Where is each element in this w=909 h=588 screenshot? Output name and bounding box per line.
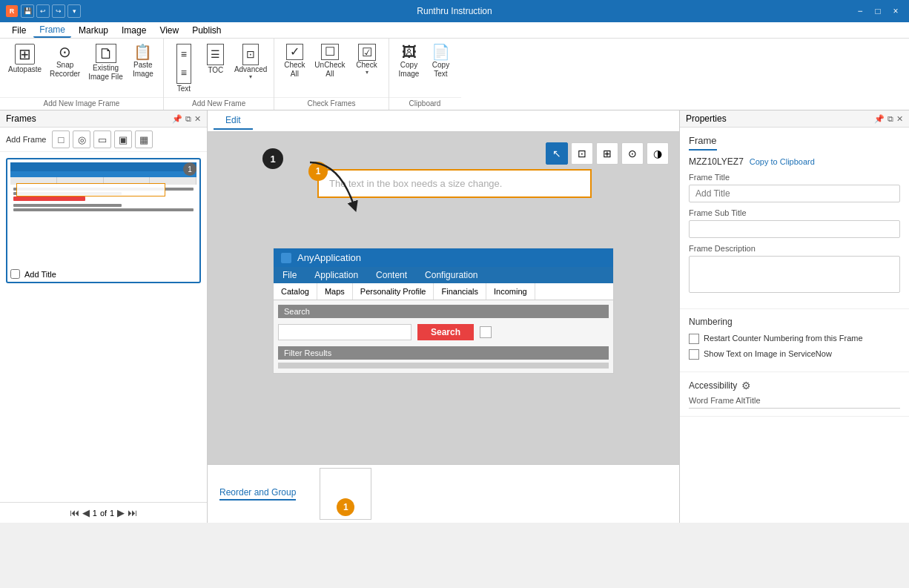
- app-scrollbar[interactable]: [278, 363, 609, 369]
- maximize-button[interactable]: □: [870, 4, 885, 19]
- minimize-button[interactable]: −: [853, 4, 867, 19]
- ribbon-group-image-frame-buttons: ⊞ Autopaste ⊙ SnapRecorder 🗋 ExistingIma…: [0, 39, 163, 96]
- properties-pin-icon[interactable]: 📌: [874, 114, 885, 124]
- toc-button[interactable]: ☰ TOC: [200, 42, 231, 96]
- advanced-icon: ⊡: [242, 44, 259, 65]
- app-search-header: Search: [278, 305, 609, 318]
- frames-panel-close-icon[interactable]: ✕: [194, 114, 201, 124]
- snap-recorder-button[interactable]: ⊙ SnapRecorder: [46, 42, 84, 96]
- quick-save-icon[interactable]: 💾: [21, 4, 34, 18]
- add-frame-label: Add Frame: [6, 135, 46, 144]
- app-menu-file[interactable]: File: [274, 267, 305, 283]
- ribbon-group-image-frame: ⊞ Autopaste ⊙ SnapRecorder 🗋 ExistingIma…: [0, 39, 164, 110]
- app-tab-catalog[interactable]: Catalog: [274, 283, 317, 300]
- app-tab-financials[interactable]: Financials: [434, 283, 486, 300]
- app-menu-content[interactable]: Content: [367, 267, 416, 283]
- app-tabs: Catalog Maps Personality Profile Financi…: [274, 283, 613, 300]
- edit-area: Edit ↖ ⊡ ⊞ ⊙ ◑ 1: [208, 110, 679, 523]
- add-frame-multi-button[interactable]: ▣: [114, 131, 132, 148]
- reorder-group-tab[interactable]: Reorder and Group: [219, 487, 296, 501]
- add-frame-circle-button[interactable]: ◎: [73, 131, 90, 148]
- properties-float-icon[interactable]: ⧉: [887, 114, 893, 124]
- quick-undo-icon[interactable]: ↩: [36, 4, 50, 18]
- show-text-checkbox[interactable]: [689, 349, 699, 360]
- app-icon: R: [6, 5, 18, 17]
- app-tab-incoming[interactable]: Incoming: [486, 283, 535, 300]
- accessibility-title: Accessibility: [689, 380, 737, 391]
- arrow-svg: [295, 159, 384, 225]
- ribbon-group-new-frame-buttons: ≡≡ Text ☰ TOC ⊡ Advanced ▾: [164, 39, 274, 96]
- ribbon-group-clipboard: 🖼 CopyImage 📄 CopyText Clipboard: [389, 39, 461, 110]
- copy-to-clipboard-link[interactable]: Copy to Clipboard: [750, 157, 815, 166]
- app-menu-application[interactable]: Application: [305, 267, 367, 283]
- menu-image[interactable]: Image: [116, 24, 152, 37]
- app-tab-personality[interactable]: Personality Profile: [353, 283, 434, 300]
- paste-image-icon: 📋: [133, 44, 152, 60]
- frame-subtitle-input[interactable]: [689, 220, 900, 238]
- autopaste-button[interactable]: ⊞ Autopaste: [4, 42, 45, 96]
- cursor-tool[interactable]: ↖: [546, 142, 568, 165]
- check-all-button[interactable]: ✓ CheckAll: [279, 42, 310, 96]
- app-search-button[interactable]: Search: [417, 324, 474, 340]
- nav-next-button[interactable]: ▶: [117, 507, 125, 518]
- add-frame-rect-button[interactable]: ▭: [93, 131, 111, 148]
- menu-view[interactable]: View: [153, 24, 185, 37]
- app-checkbox[interactable]: [480, 326, 492, 338]
- paste-image-button[interactable]: 📋 PasteImage: [128, 42, 159, 96]
- annotation-tool-1[interactable]: ⊡: [571, 142, 593, 165]
- restart-counter-row: Restart Counter Numbering from this Fram…: [689, 333, 900, 344]
- frame-title-field: Frame Title: [689, 173, 900, 202]
- frames-panel-float-icon[interactable]: ⧉: [185, 114, 191, 124]
- annotation-tool-4[interactable]: ◑: [647, 142, 669, 165]
- ribbon-group-image-frame-label: Add New Image Frame: [0, 97, 163, 110]
- app-tab-maps[interactable]: Maps: [317, 283, 353, 300]
- annotation-tool-3[interactable]: ⊙: [621, 142, 644, 165]
- menu-frame[interactable]: Frame: [33, 23, 71, 38]
- menu-file[interactable]: File: [6, 24, 32, 37]
- frame-subtitle-field: Frame Sub Title: [689, 208, 900, 238]
- arrow-annotation: [295, 159, 384, 228]
- add-frame-bar: Add Frame □ ◎ ▭ ▣ ▦: [0, 128, 207, 152]
- nav-first-button[interactable]: ⏮: [70, 507, 79, 518]
- autopaste-icon: ⊞: [15, 44, 35, 65]
- uncheck-all-label: UnCheckAll: [314, 61, 345, 79]
- menu-publish[interactable]: Publish: [186, 24, 227, 37]
- copy-text-button[interactable]: 📄 CopyText: [426, 42, 457, 96]
- ribbon-row: ⊞ Autopaste ⊙ SnapRecorder 🗋 ExistingIma…: [0, 39, 909, 110]
- add-frame-table-button[interactable]: ▦: [135, 131, 153, 148]
- quick-extra-icon[interactable]: ▾: [67, 4, 81, 18]
- app-screenshot: AnyApplication File Application Content …: [273, 248, 614, 374]
- quick-redo-icon[interactable]: ↪: [52, 4, 65, 18]
- nav-prev-button[interactable]: ◀: [82, 507, 90, 518]
- restart-counter-checkbox[interactable]: [689, 334, 699, 344]
- app-menu-configuration[interactable]: Configuration: [416, 267, 486, 283]
- frame-title-input[interactable]: [689, 185, 900, 202]
- frame-description-input[interactable]: [689, 256, 900, 293]
- app-search-input[interactable]: [278, 324, 411, 340]
- title-bar: R 💾 ↩ ↪ ▾ Runthru Instruction − □ ×: [0, 0, 909, 22]
- add-title-checkbox[interactable]: [10, 269, 20, 279]
- advanced-button[interactable]: ⊡ Advanced ▾: [232, 42, 269, 96]
- properties-panel-title: Properties: [686, 113, 727, 124]
- copy-image-button[interactable]: 🖼 CopyImage: [394, 42, 425, 96]
- text-button[interactable]: ≡≡ Text: [168, 42, 199, 96]
- frame-item-1[interactable]: 1 Add Title: [6, 158, 201, 283]
- nav-total: 1: [110, 509, 114, 518]
- accessibility-settings-icon[interactable]: ⚙: [741, 380, 751, 392]
- annotation-tool-2[interactable]: ⊞: [596, 142, 618, 165]
- frame-1-thumbnail: [10, 162, 196, 266]
- menu-markup[interactable]: Markup: [73, 24, 114, 37]
- frames-panel-pin-icon[interactable]: 📌: [172, 114, 182, 124]
- ribbon-group-check-frames-buttons: ✓ CheckAll ☐ UnCheckAll ☑ Check ▾: [274, 39, 388, 96]
- nav-last-button[interactable]: ⏭: [128, 507, 137, 518]
- check-button[interactable]: ☑ Check ▾: [350, 42, 384, 96]
- frame-thumbnail-item[interactable]: 1: [320, 468, 371, 520]
- properties-close-icon[interactable]: ✕: [896, 114, 903, 124]
- close-button[interactable]: ×: [888, 4, 903, 19]
- edit-canvas[interactable]: ↖ ⊡ ⊞ ⊙ ◑ 1: [208, 132, 679, 464]
- frame-subtitle-label: Frame Sub Title: [689, 208, 900, 217]
- uncheck-all-button[interactable]: ☐ UnCheckAll: [311, 42, 348, 96]
- existing-image-button[interactable]: 🗋 ExistingImage File: [85, 42, 127, 96]
- add-frame-blank-button[interactable]: □: [52, 131, 70, 148]
- edit-tab[interactable]: Edit: [214, 112, 253, 130]
